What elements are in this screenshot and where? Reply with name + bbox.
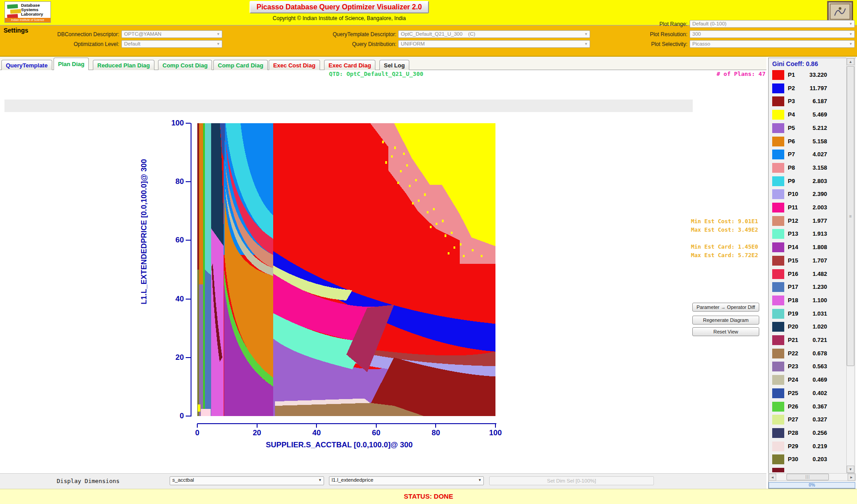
- legend-row-P20[interactable]: P201.020: [769, 322, 845, 333]
- tab-exec-cost-diag[interactable]: Exec Cost Diag: [269, 60, 320, 70]
- tab-plan-diag[interactable]: Plan Diag: [54, 58, 89, 70]
- scroll-left-arrow-icon[interactable]: ◄: [769, 474, 776, 481]
- plan-color-swatch: [772, 322, 784, 332]
- plan-id: P8: [788, 164, 795, 171]
- plan-color-swatch: [772, 362, 784, 371]
- tab-exec-card-diag[interactable]: Exec Card Diag: [324, 60, 375, 70]
- legend-row-P14[interactable]: P141.808: [769, 242, 845, 253]
- plan-color-swatch: [772, 110, 784, 120]
- legend-row-P25[interactable]: P250.402: [769, 388, 845, 399]
- speckle: [409, 243, 411, 246]
- plan-color-swatch: [772, 163, 784, 173]
- legend-row-P5[interactable]: P55.212: [769, 123, 845, 134]
- x-dimension-select[interactable]: s_acctbal▼: [170, 476, 324, 485]
- legend-row-P23[interactable]: P230.563: [769, 362, 845, 372]
- plan-color-swatch: [772, 229, 784, 239]
- legend-row-P18[interactable]: P181.100: [769, 296, 845, 306]
- chevron-down-icon: ▼: [318, 478, 322, 482]
- legend-row-P7[interactable]: P74.027: [769, 150, 845, 160]
- parameter-operator-diff-button[interactable]: Parameter → Operator Diff: [692, 303, 759, 312]
- legend-row-P28[interactable]: P280.256: [769, 428, 845, 439]
- optimization-level-label: Optimization Level:: [8, 41, 119, 48]
- speckle: [403, 232, 405, 234]
- y-tick: [186, 240, 191, 241]
- optimization-level-select[interactable]: Default▼: [121, 40, 222, 48]
- logo-text: Database Systems Laboratory: [21, 3, 43, 17]
- region-P6: [199, 123, 203, 284]
- legend-row-P12[interactable]: P121.977: [769, 216, 845, 227]
- scroll-down-arrow-icon[interactable]: ▼: [847, 466, 854, 473]
- speckle: [373, 146, 375, 149]
- settings-panel: Settings DBConnection Descriptor: OPTC@Y…: [0, 25, 857, 57]
- chevron-down-icon: ▼: [216, 42, 220, 46]
- tab-sel-log[interactable]: Sel Log: [379, 60, 409, 70]
- legend-row-P11[interactable]: P112.003: [769, 203, 845, 213]
- plot-selectivity-select[interactable]: Picasso▼: [690, 40, 855, 48]
- y-dimension-select[interactable]: l1.l_extendedprice▼: [329, 476, 484, 485]
- legend-row-P3[interactable]: P36.187: [769, 96, 845, 107]
- plan-area-pct: 6.187: [795, 98, 827, 104]
- y-tick: [186, 123, 191, 124]
- legend-row-P8[interactable]: P83.158: [769, 163, 845, 174]
- plot-selectivity-label: Plot Selectivity:: [616, 41, 687, 48]
- legend-row-P30[interactable]: P300.203: [769, 454, 845, 465]
- tab-querytemplate[interactable]: QueryTemplate: [1, 60, 52, 70]
- progress-bar: 0%: [769, 482, 855, 488]
- legend-row-P1[interactable]: P133.220: [769, 70, 845, 81]
- legend-row-P24[interactable]: P240.469: [769, 375, 845, 386]
- plan-area-pct: 5.212: [795, 125, 827, 131]
- plan-area-pct: 2.803: [795, 178, 827, 184]
- region-P3: [197, 123, 199, 270]
- plan-area-pct: 11.797: [795, 85, 827, 92]
- legend-row-P16[interactable]: P161.482: [769, 269, 845, 280]
- legend-row-P13[interactable]: P131.913: [769, 229, 845, 240]
- querytemplate-descriptor-select[interactable]: OptC_Default_Q21_U_300 (C)▼: [398, 30, 590, 38]
- plan-color-swatch: [772, 216, 784, 226]
- legend-vertical-scrollbar[interactable]: ▲ ≡ ▼: [846, 58, 855, 473]
- legend-row-P10[interactable]: P102.390: [769, 189, 845, 200]
- plan-color-swatch: [772, 454, 784, 464]
- legend-row-P15[interactable]: P151.707: [769, 256, 845, 267]
- dbconnection-descriptor-select[interactable]: OPTC@YAMAN▼: [121, 30, 222, 38]
- legend-horizontal-scrollbar[interactable]: ◄ ||| ►: [768, 473, 856, 481]
- set-dim-sel-button[interactable]: Set Dim Sel [0-100%]: [489, 476, 654, 485]
- qtd-annotation: QTD: OptC_Default_Q21_U_300: [329, 71, 423, 77]
- legend-row-P29[interactable]: P290.219: [769, 442, 845, 452]
- legend-row-P4[interactable]: P45.469: [769, 110, 845, 121]
- plan-legend-panel: Gini Coeff: 0.86 P133.220P211.797P36.187…: [768, 58, 856, 489]
- plan-diagram-canvas[interactable]: [197, 123, 495, 416]
- speckle: [385, 196, 387, 199]
- plan-color-swatch: [772, 335, 784, 345]
- speckle: [397, 182, 399, 184]
- plot-range-select[interactable]: Default (0-100)▼: [690, 20, 855, 28]
- scroll-up-arrow-icon[interactable]: ▲: [847, 58, 854, 65]
- plan-id: P4: [788, 111, 795, 118]
- legend-row-P27[interactable]: P270.327: [769, 415, 845, 425]
- tab-comp-cost-diag[interactable]: Comp Cost Diag: [158, 60, 212, 70]
- vertical-scrollbar-thumb[interactable]: ≡: [847, 66, 854, 366]
- speckle: [427, 211, 428, 213]
- scroll-right-arrow-icon[interactable]: ►: [848, 474, 855, 481]
- speckle: [453, 246, 455, 249]
- tab-comp-card-diag[interactable]: Comp Card Diag: [213, 60, 268, 70]
- plan-color-swatch: [772, 203, 784, 212]
- reset-view-button[interactable]: Reset View: [692, 327, 759, 336]
- legend-row-P9[interactable]: P92.803: [769, 176, 845, 187]
- plan-area-pct: 1.100: [795, 297, 827, 304]
- query-distribution-select[interactable]: UNIFORM▼: [398, 40, 590, 48]
- legend-row-P22[interactable]: P220.678: [769, 349, 845, 359]
- region-P4: [198, 404, 200, 412]
- legend-row-P19[interactable]: P191.031: [769, 309, 845, 320]
- legend-row-P26[interactable]: P260.367: [769, 402, 845, 412]
- legend-row-P2[interactable]: P211.797: [769, 83, 845, 94]
- plot-resolution-select[interactable]: 300▼: [690, 30, 855, 38]
- legend-row-P6[interactable]: P65.158: [769, 137, 845, 147]
- plan-area-pct: 0.678: [795, 350, 827, 357]
- horizontal-scrollbar-thumb[interactable]: |||: [786, 474, 829, 480]
- plan-color-swatch: [772, 256, 784, 266]
- regenerate-diagram-button[interactable]: Regenerate Diagram: [692, 316, 759, 325]
- legend-row-P21[interactable]: P210.721: [769, 335, 845, 346]
- legend-row-P17[interactable]: P171.230: [769, 282, 845, 293]
- tab-reduced-plan-diag[interactable]: Reduced Plan Diag: [93, 60, 154, 70]
- cost-card-stats: Min Est Cost: 9.01E1 Max Est Cost: 3.49E…: [691, 217, 758, 259]
